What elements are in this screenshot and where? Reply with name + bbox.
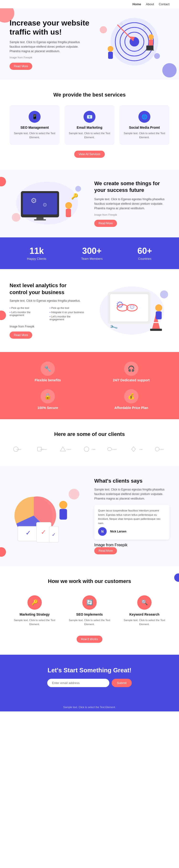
how-it-works-button[interactable]: How It Works (77, 636, 102, 643)
stat-clients-label: Happy Clients (27, 257, 46, 260)
client-logo-3: CLIENT (57, 444, 74, 454)
services-section: We provide the best services 📱 SEO Manag… (0, 80, 179, 170)
analytics-illustration: ⚙ ⚙ 🔧 (94, 281, 170, 340)
hero-image: ⚙ ⚙ (90, 18, 170, 70)
cta-submit-button[interactable]: Submit (112, 679, 132, 687)
client-logo-2: COMPANY (34, 444, 51, 454)
hero-heading: Increase your website traffic with us! (9, 18, 90, 37)
svg-rect-8 (108, 52, 113, 59)
analytics-list-item: Integrate it on your business (50, 310, 85, 314)
work-card-keyword: 🔍 Keyword Research Sample text. Click to… (119, 592, 170, 630)
view-all-wrapper: View All Services (9, 151, 170, 158)
testimonial-image: ✓ ✓ ✓ (9, 481, 85, 552)
svg-text:COMPANY: COMPANY (40, 449, 47, 450)
hero-blob-blue (162, 63, 177, 78)
stat-countries: 60+ Countries (137, 246, 152, 260)
feature-price-label: Affordable Price Plan (114, 406, 148, 410)
testimonial-intro: Sample text. Click to Egenas egestas fri… (94, 487, 170, 501)
svg-text:CLIENT: CLIENT (112, 449, 117, 450)
svg-text:🔑: 🔑 (71, 193, 78, 200)
create-body: Sample text. Click to Egenas egestas fri… (94, 197, 170, 211)
svg-point-42 (160, 290, 168, 299)
testimonial-illustration: ✓ ✓ ✓ (9, 481, 85, 551)
create-blob-red (0, 177, 6, 186)
svg-point-14 (154, 53, 160, 59)
feature-secure-label: 100% Secure (37, 406, 58, 410)
analytics-text: Next level analytics for control your bu… (9, 282, 85, 339)
feature-flexible-label: Flexible benefits (34, 378, 61, 382)
svg-rect-22 (36, 217, 44, 219)
testimonial-cta-button[interactable]: Read More (94, 547, 117, 554)
svg-point-7 (108, 46, 113, 52)
work-blob (174, 574, 179, 582)
social-title: Social Media Promt (123, 126, 165, 129)
nav-contact[interactable]: Contact (159, 2, 170, 6)
svg-text:CLIENT: CLIENT (17, 449, 22, 450)
marketing-title: Marketing Strategy (14, 613, 56, 616)
create-illustration: ⚙ ⚙ 🔑 (9, 179, 85, 227)
feature-secure: 🔒 100% Secure (9, 389, 86, 410)
svg-rect-37 (150, 329, 162, 331)
marketing-icon: 🔑 (27, 595, 42, 610)
secure-icon: 🔒 (41, 389, 55, 403)
social-body: Sample text. Click to select the Text El… (123, 131, 165, 139)
svg-rect-12 (146, 50, 154, 51)
hero-cta-button[interactable]: Read More (9, 63, 32, 70)
analytics-blob (0, 311, 6, 320)
analytics-image-credit: Image from Freepik (9, 325, 85, 328)
email-icon: 📧 (83, 111, 96, 123)
service-card-seo: 📱 SEO Management Sample text. Click to s… (9, 105, 60, 145)
client-logo-4: COMPANY (81, 444, 98, 454)
view-all-button[interactable]: View All Services (74, 151, 105, 158)
work-grid: 🔑 Marketing Strategy Sample text. Click … (9, 592, 170, 630)
cta-section: Let's Start Something Great! Submit (0, 655, 179, 703)
analytics-list: Pick up the tool Let's monitor the engag… (9, 306, 85, 321)
nav-home[interactable]: Home (132, 2, 141, 6)
svg-text:CLIENT: CLIENT (159, 449, 164, 450)
svg-rect-19 (23, 193, 57, 215)
navigation: Home About Contact (0, 0, 179, 8)
seo-icon: 📱 (29, 111, 41, 123)
create-text: We create some things for your success f… (94, 180, 170, 227)
cta-email-input[interactable] (47, 679, 109, 687)
client-logo-5: CLIENT (105, 444, 122, 454)
svg-text:✓: ✓ (26, 530, 31, 537)
analytics-cta-button[interactable]: Read More (9, 332, 32, 339)
svg-marker-47 (60, 447, 66, 451)
feature-support-label: 24/7 Dedicated support (113, 378, 150, 382)
create-section: ⚙ ⚙ 🔑 We create some things for your suc… (0, 170, 179, 237)
svg-point-66 (69, 489, 79, 500)
svg-text:COMPANY: COMPANY (92, 449, 96, 450)
seo-implement-icon: 🔄 (82, 595, 97, 610)
seo-implement-title: SEO Implements (68, 613, 111, 616)
svg-rect-40 (156, 311, 162, 319)
svg-point-13 (100, 26, 107, 33)
create-cta-button[interactable]: Read More (94, 220, 117, 227)
how-we-work-heading: How we work with our customers (9, 578, 170, 584)
svg-text:COMPANY: COMPANY (139, 449, 143, 450)
seo-title: SEO Management (14, 126, 56, 129)
service-card-email: 📧 Email Marketing Sample text. Click to … (65, 105, 114, 145)
stat-team-label: Team Members (81, 257, 103, 260)
svg-text:⚙: ⚙ (43, 202, 47, 208)
svg-point-28 (75, 186, 81, 192)
testimonial-image-credit: Image from Freepik (94, 543, 170, 547)
seo-implement-body: Sample text. Click to select the Text El… (68, 618, 111, 626)
create-image-credit: Image from Freepik (94, 213, 170, 217)
testimonial-heading: What's clients says (94, 478, 170, 484)
svg-point-24 (66, 202, 72, 209)
analytics-list-item: Pick up the tool (50, 306, 85, 310)
stat-team: 300+ Team Members (81, 246, 103, 260)
stat-clients-number: 11k (27, 246, 46, 256)
svg-rect-10 (149, 39, 153, 45)
nav-about[interactable]: About (146, 2, 154, 6)
stat-clients: 11k Happy Clients (27, 246, 46, 260)
social-icon: 🌐 (138, 111, 150, 123)
service-card-social: 🌐 Social Media Promt Sample text. Click … (119, 105, 170, 145)
analytics-list-item: Pick up the tool (9, 306, 45, 310)
analytics-image: ⚙ ⚙ 🔧 (94, 281, 170, 340)
svg-point-9 (149, 34, 154, 39)
feature-price: 💰 Affordable Price Plan (93, 389, 170, 410)
client-logo-1: CLIENT (10, 444, 27, 454)
svg-text:⚙: ⚙ (143, 26, 147, 31)
